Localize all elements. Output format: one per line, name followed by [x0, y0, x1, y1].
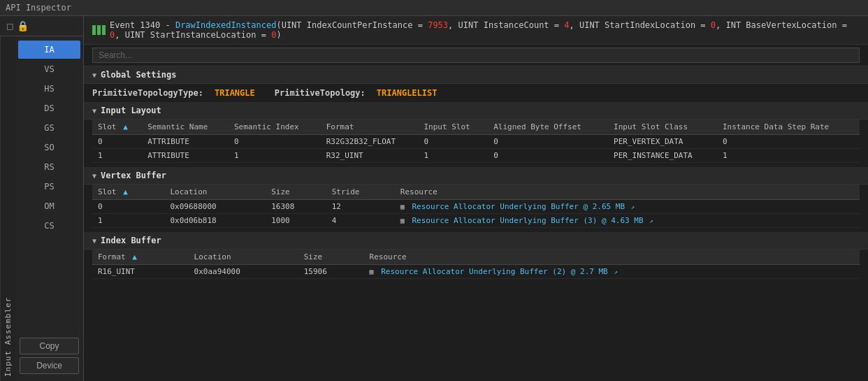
search-bar: [84, 45, 868, 66]
il-semantic-index: 0: [229, 135, 321, 149]
ib-col-size[interactable]: Size: [298, 250, 364, 265]
index-buffer-body: R16_UINT 0x0aa94000 15906 ▦ Resource All…: [92, 265, 860, 279]
vb-col-size[interactable]: Size: [266, 185, 326, 200]
vb-col-resource[interactable]: Resource: [395, 185, 860, 200]
vb-col-location[interactable]: Location: [164, 185, 266, 200]
sidebar-tab-ds[interactable]: DS: [18, 99, 80, 117]
table-row: 0 0x09688000 16308 12 ▦ Resource Allocat…: [92, 200, 860, 214]
ib-location: 0x0aa94000: [189, 265, 298, 279]
resource-link[interactable]: Resource Allocator Underlying Buffer (2)…: [381, 267, 618, 276]
search-input[interactable]: [92, 48, 860, 63]
indicator-bar-3: [102, 25, 106, 35]
vb-location: 0x09688000: [164, 200, 266, 214]
device-button[interactable]: Device: [20, 357, 79, 374]
input-layout-section: ▼ Input Layout Slot ▲ Semantic Name Sema…: [84, 102, 868, 167]
col-semantic-index[interactable]: Semantic Index: [229, 120, 321, 135]
event-label: Event 1340 - DrawIndexedInstanced(UINT I…: [110, 20, 860, 40]
global-settings-arrow: ▼: [92, 71, 96, 79]
col-semantic-name[interactable]: Semantic Name: [142, 120, 229, 135]
index-buffer-table: Format ▲ Location Size Resource R16_UINT…: [92, 250, 860, 279]
lock-icon[interactable]: 🔒: [17, 20, 29, 31]
sidebar-tab-vs[interactable]: VS: [18, 60, 80, 78]
index-buffer-section: ▼ Index Buffer Format ▲ Location Size Re…: [84, 232, 868, 283]
resource-icon: ▦: [400, 217, 405, 224]
vertex-buffer-arrow: ▼: [92, 172, 96, 180]
vertex-buffer-header-row: Slot ▲ Location Size Stride Resource: [92, 185, 860, 200]
vertex-buffer-content: Slot ▲ Location Size Stride Resource 0 0…: [84, 185, 868, 232]
index-buffer-header[interactable]: ▼ Index Buffer: [84, 232, 868, 250]
resource-icon: ▦: [370, 268, 374, 275]
vb-location: 0x0d06b818: [164, 214, 266, 228]
index-buffer-content: Format ▲ Location Size Resource R16_UINT…: [84, 250, 868, 283]
vb-size: 1000: [266, 214, 326, 228]
vb-resource: ▦ Resource Allocator Underlying Buffer @…: [395, 200, 860, 214]
ib-col-location[interactable]: Location: [189, 250, 298, 265]
ib-col-format[interactable]: Format ▲: [92, 250, 189, 265]
global-settings-row: PrimitiveTopologyType: TRIANGLE Primitiv…: [92, 88, 860, 98]
vb-col-slot[interactable]: Slot ▲: [92, 185, 164, 200]
vb-size: 16308: [266, 200, 326, 214]
ib-resource: ▦ Resource Allocator Underlying Buffer (…: [364, 265, 860, 279]
sidebar-tab-hs[interactable]: HS: [18, 80, 80, 98]
vb-stride: 12: [326, 200, 395, 214]
resource-icon: ▦: [400, 203, 405, 210]
table-row: 0 ATTRIBUTE 0 R32G32B32_FLOAT 0 0 PER_VE…: [92, 135, 860, 149]
il-instance-data-step-rate: 0: [717, 135, 860, 149]
sidebar-tab-om[interactable]: OM: [18, 197, 80, 215]
resource-link[interactable]: Resource Allocator Underlying Buffer (3)…: [412, 216, 653, 225]
indicator-bar-1: [92, 25, 96, 35]
global-settings-label: Global Settings: [101, 70, 176, 80]
indicator-bar-2: [97, 25, 101, 35]
main-content: Event 1340 - DrawIndexedInstanced(UINT I…: [84, 16, 868, 381]
vertex-buffer-section: ▼ Vertex Buffer Slot ▲ Location Size Str…: [84, 167, 868, 232]
vertex-buffer-body: 0 0x09688000 16308 12 ▦ Resource Allocat…: [92, 200, 860, 228]
il-input-slot-class: PER_INSTANCE_DATA: [608, 149, 717, 163]
sidebar-tab-ia[interactable]: IA: [18, 41, 80, 59]
il-input-slot: 1: [419, 149, 489, 163]
sidebar-tab-ps[interactable]: PS: [18, 178, 80, 196]
input-layout-table: Slot ▲ Semantic Name Semantic Index Form…: [92, 120, 860, 163]
vertex-buffer-header[interactable]: ▼ Vertex Buffer: [84, 167, 868, 185]
resource-link[interactable]: Resource Allocator Underlying Buffer @ 2…: [412, 202, 635, 211]
table-row: R16_UINT 0x0aa94000 15906 ▦ Resource All…: [92, 265, 860, 279]
event-indicator: [92, 25, 106, 35]
sidebar-tab-gs[interactable]: GS: [18, 119, 80, 137]
vb-stride: 4: [326, 214, 395, 228]
external-icon: ↗: [649, 217, 653, 224]
il-format: R32_UINT: [321, 149, 419, 163]
sidebar-tab-rs[interactable]: RS: [18, 158, 80, 176]
col-input-slot-class[interactable]: Input Slot Class: [608, 120, 717, 135]
col-instance-data-step-rate[interactable]: Instance Data Step Rate: [717, 120, 860, 135]
index-buffer-arrow: ▼: [92, 237, 96, 245]
sidebar-panel: □ 🔒 Input Assembler IAVSHSDSGSSORSPSOMCS…: [0, 16, 84, 381]
sidebar-tab-so[interactable]: SO: [18, 138, 80, 157]
vb-col-stride[interactable]: Stride: [326, 185, 395, 200]
vertex-buffer-label: Vertex Buffer: [101, 171, 166, 180]
input-layout-content: Slot ▲ Semantic Name Semantic Index Form…: [84, 120, 868, 167]
input-layout-header-row: Slot ▲ Semantic Name Semantic Index Form…: [92, 120, 860, 135]
index-buffer-header-row: Format ▲ Location Size Resource: [92, 250, 860, 265]
il-semantic-name: ATTRIBUTE: [142, 149, 229, 163]
input-layout-header[interactable]: ▼ Input Layout: [84, 102, 868, 120]
col-format[interactable]: Format: [321, 120, 419, 135]
il-slot: 1: [92, 149, 142, 163]
col-slot[interactable]: Slot ▲: [92, 120, 142, 135]
sidebar-icons-row: □ 🔒: [0, 16, 83, 36]
table-row: 1 ATTRIBUTE 1 R32_UINT 1 0 PER_INSTANCE_…: [92, 149, 860, 163]
ptt-val: TRIANGLE: [215, 88, 255, 98]
index-buffer-label: Index Buffer: [101, 236, 161, 245]
il-semantic-index: 1: [229, 149, 321, 163]
sidebar-rotated-label: Input Assembler: [0, 36, 15, 381]
copy-icon[interactable]: □: [7, 20, 13, 31]
sidebar-tabs-container: IAVSHSDSGSSORSPSOMCS Copy Device: [15, 36, 83, 381]
event-bar: Event 1340 - DrawIndexedInstanced(UINT I…: [84, 16, 868, 45]
col-aligned-byte-offset[interactable]: Aligned Byte Offset: [488, 120, 608, 135]
ib-col-resource[interactable]: Resource: [364, 250, 860, 265]
ib-format: R16_UINT: [92, 265, 189, 279]
external-icon: ↗: [631, 203, 635, 210]
copy-button[interactable]: Copy: [20, 338, 79, 354]
global-settings-section: ▼ Global Settings PrimitiveTopologyType:…: [84, 66, 868, 102]
global-settings-header[interactable]: ▼ Global Settings: [84, 66, 868, 84]
col-input-slot[interactable]: Input Slot: [419, 120, 489, 135]
sidebar-tab-cs[interactable]: CS: [18, 217, 80, 235]
